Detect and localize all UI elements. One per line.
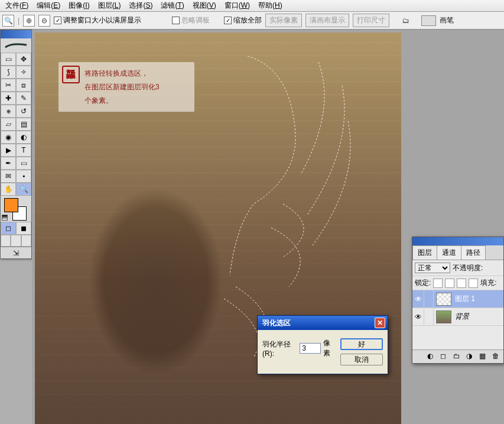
fit-screen-button[interactable]: 满画布显示 <box>305 14 349 27</box>
options-bar: 🔍 | ⊕ ⊖ 调整窗口大小以满屏显示 忽略调板 缩放全部 实际像素 满画布显示… <box>0 12 504 30</box>
ignore-palettes-checkbox[interactable]: 忽略调板 <box>172 15 210 25</box>
zoom-all-checkbox[interactable]: 缩放全部 <box>224 15 262 25</box>
standard-mode-icon[interactable]: ◻ <box>1 222 16 235</box>
screen-standard-icon[interactable] <box>1 235 11 247</box>
layer-name[interactable]: 背景 <box>454 312 503 322</box>
layer-thumb[interactable] <box>436 293 451 306</box>
zoom-tool[interactable]: 🔍 <box>16 183 31 196</box>
eyedropper-tool[interactable]: ⦁ <box>16 170 31 183</box>
pen-tool[interactable]: ✒ <box>1 157 16 170</box>
foreground-color[interactable] <box>4 198 18 212</box>
type-tool[interactable]: T <box>16 144 31 157</box>
menu-view[interactable]: 视图(V) <box>188 0 220 12</box>
visibility-icon[interactable]: 👁 <box>412 290 424 308</box>
link-cell[interactable] <box>424 308 434 326</box>
lasso-tool[interactable]: ⟆ <box>1 66 16 79</box>
hand-tool[interactable]: ✋ <box>1 183 16 196</box>
tab-layers[interactable]: 图层 <box>412 245 437 260</box>
radius-input[interactable] <box>300 343 321 354</box>
adjustment-layer-icon[interactable]: ◑ <box>466 352 476 361</box>
cancel-button[interactable]: 取消 <box>340 354 383 365</box>
zoom-out-icon[interactable]: 🔍 <box>2 15 14 27</box>
feather-dialog[interactable]: 羽化选区 ✕ 羽化半径(R): 像素 好 取消 <box>257 315 388 374</box>
layers-panel[interactable]: 图层 通道 路径 正常 不透明度: 锁定: 填充: 👁 图层 1 👁 背景 ◐ … <box>412 237 504 364</box>
lock-all-icon[interactable] <box>469 279 478 288</box>
opacity-label: 不透明度: <box>453 263 483 273</box>
annotation-line1: 将路径转换成选区， <box>84 67 188 80</box>
dialog-title: 羽化选区 <box>262 318 291 328</box>
brush-preset-icon[interactable] <box>421 15 436 26</box>
tools-palette[interactable]: ▭ ✥ ⟆ ✧ ✂ ⧈ ✚ ✎ ⎈ ↺ ▱ ▤ ◉ ◐ ▶ T ✒ ▭ ✉ ⦁ … <box>0 30 32 259</box>
menu-layer[interactable]: 图层(L) <box>94 0 125 12</box>
heal-tool[interactable]: ✚ <box>1 92 16 105</box>
actual-pixels-button[interactable]: 实际像素 <box>265 14 302 27</box>
gradient-tool[interactable]: ▤ <box>16 118 31 131</box>
eraser-tool[interactable]: ▱ <box>1 118 16 131</box>
menu-image[interactable]: 图像(I) <box>64 0 93 12</box>
layer-row[interactable]: 👁 背景 <box>412 308 503 326</box>
fill-label: 填充: <box>480 278 496 288</box>
new-layer-icon[interactable]: ▦ <box>479 352 489 361</box>
new-set-icon[interactable]: 🗀 <box>453 352 463 361</box>
history-brush-tool[interactable]: ↺ <box>16 105 31 118</box>
blend-mode-select[interactable]: 正常 <box>415 263 450 273</box>
quickmask-mode-icon[interactable]: ◼ <box>16 222 31 235</box>
notes-tool[interactable]: ✉ <box>1 170 16 183</box>
layer-thumb[interactable] <box>436 310 451 323</box>
screen-full-menubar-icon[interactable] <box>11 235 21 247</box>
layer-row[interactable]: 👁 图层 1 <box>412 290 503 308</box>
annotation-line3: 个象素。 <box>84 94 188 108</box>
link-cell[interactable] <box>424 290 434 308</box>
default-colors-icon[interactable] <box>2 215 8 221</box>
dialog-titlebar[interactable]: 羽化选区 ✕ <box>258 316 388 330</box>
screen-full-icon[interactable] <box>21 235 31 247</box>
lock-transparent-icon[interactable] <box>433 279 443 288</box>
annotation-line2: 在图层区新建图层羽化3 <box>84 80 188 94</box>
menu-window[interactable]: 窗口(W) <box>220 0 254 12</box>
stamp-icon: 龘 <box>62 66 80 83</box>
lock-label: 锁定: <box>415 278 431 288</box>
ok-button[interactable]: 好 <box>340 338 383 350</box>
slice-tool[interactable]: ⧈ <box>16 79 31 92</box>
layer-style-icon[interactable]: ◐ <box>427 352 437 361</box>
brush-label: 画笔 <box>440 15 454 25</box>
menu-edit[interactable]: 编辑(E) <box>32 0 64 12</box>
brush-tip-preview <box>1 38 31 53</box>
menu-select[interactable]: 选择(S) <box>125 0 157 12</box>
palette-titlebar[interactable] <box>1 30 31 38</box>
marquee-tool[interactable]: ▭ <box>1 53 16 66</box>
print-size-button[interactable]: 打印尺寸 <box>353 14 389 27</box>
blur-tool[interactable]: ◉ <box>1 131 16 144</box>
close-icon[interactable]: ✕ <box>375 318 385 328</box>
path-select-tool[interactable]: ▶ <box>1 144 16 157</box>
delete-layer-icon[interactable]: 🗑 <box>492 352 502 361</box>
zoom-out2-icon[interactable]: ⊖ <box>38 15 50 27</box>
stamp-tool[interactable]: ⎈ <box>1 105 16 118</box>
menu-file[interactable]: 文件(F) <box>1 0 32 12</box>
layers-titlebar[interactable] <box>412 237 503 245</box>
brush-tool[interactable]: ✎ <box>16 92 31 105</box>
move-tool[interactable]: ✥ <box>16 53 31 66</box>
tab-channels[interactable]: 通道 <box>437 245 461 260</box>
jump-to-imageready-icon[interactable]: ⇲ <box>1 247 31 258</box>
lock-position-icon[interactable] <box>457 279 466 288</box>
fit-window-checkbox[interactable]: 调整窗口大小以满屏显示 <box>54 15 141 25</box>
menu-help[interactable]: 帮助(H) <box>254 0 287 12</box>
layer-name[interactable]: 图层 1 <box>454 294 503 304</box>
color-swatches[interactable] <box>1 196 31 222</box>
layer-mask-icon[interactable]: ◻ <box>440 352 450 361</box>
crop-tool[interactable]: ✂ <box>1 79 16 92</box>
wand-tool[interactable]: ✧ <box>16 66 31 79</box>
zoom-in-icon[interactable]: ⊕ <box>23 15 35 27</box>
lock-image-icon[interactable] <box>445 279 454 288</box>
annotation-box: 龘 将路径转换成选区， 在图层区新建图层羽化3 个象素。 <box>58 62 194 112</box>
visibility-icon[interactable]: 👁 <box>412 308 424 326</box>
shape-tool[interactable]: ▭ <box>16 157 31 170</box>
radius-label: 羽化半径(R): <box>262 339 297 358</box>
menu-filter[interactable]: 滤镜(T) <box>157 0 188 12</box>
dodge-tool[interactable]: ◐ <box>16 131 31 144</box>
tab-paths[interactable]: 路径 <box>461 245 486 260</box>
unit-label: 像素 <box>323 338 336 358</box>
file-browser-icon[interactable]: 🗂 <box>402 17 409 25</box>
menu-bar: 文件(F) 编辑(E) 图像(I) 图层(L) 选择(S) 滤镜(T) 视图(V… <box>0 0 504 12</box>
